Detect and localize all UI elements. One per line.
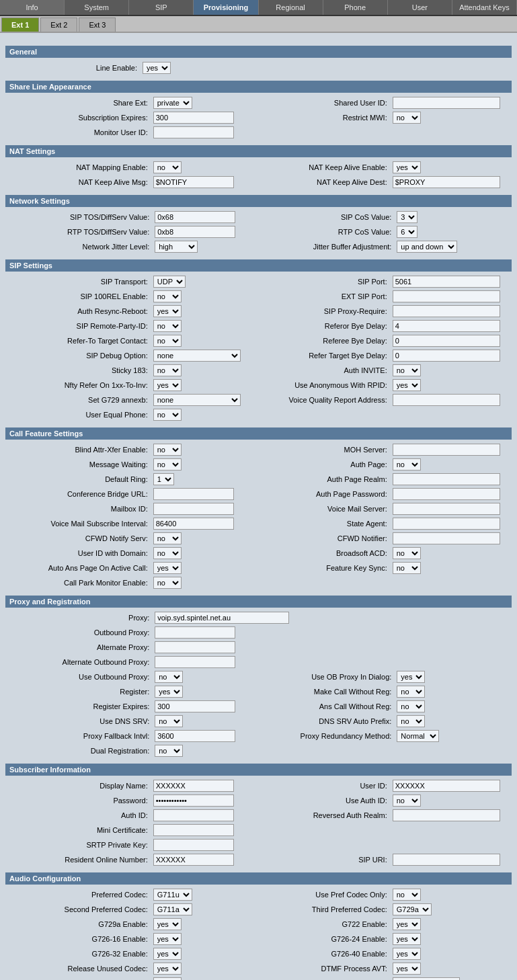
second-preferred-codec-select[interactable]: G711aG711uG729aG722 — [153, 903, 192, 915]
nat-keep-alive-dest-input[interactable]: $PROXY — [393, 176, 500, 188]
proxy-fallback-input[interactable]: 3600 — [155, 730, 235, 742]
auth-invite-select[interactable]: noyes — [393, 364, 421, 376]
cfwd-notify-select[interactable]: noyes — [153, 532, 182, 544]
third-preferred-codec-select[interactable]: G729aG711uG711aG722 — [393, 903, 432, 915]
default-ring-select[interactable]: 1234 — [153, 473, 174, 485]
auth-resync-select[interactable]: yesno — [153, 305, 182, 317]
rtp-cos-select[interactable]: 60123457 — [397, 226, 417, 238]
g726-40-enable-select[interactable]: yesno — [393, 948, 421, 960]
feature-key-sync-select[interactable]: noyes — [393, 562, 421, 574]
use-dns-srv-select[interactable]: noyes — [155, 715, 183, 727]
conference-bridge-input[interactable] — [153, 488, 234, 500]
reversed-auth-realm-input[interactable] — [393, 809, 500, 821]
g722-enable-select[interactable]: yesno — [393, 918, 421, 930]
use-outbound-proxy-select[interactable]: noyes — [155, 671, 183, 683]
tab-system[interactable]: System — [65, 0, 129, 15]
refer-to-target-select[interactable]: noyes — [153, 335, 182, 347]
sip-cos-select[interactable]: 30124567 — [397, 211, 417, 223]
restrict-mwi-select[interactable]: noyes — [393, 112, 421, 124]
tab-provisioning[interactable]: Provisioning — [194, 0, 258, 15]
sub-tab-ext1[interactable]: Ext 1 — [1, 17, 39, 32]
shared-user-id-input[interactable] — [393, 97, 500, 109]
use-auth-id-select[interactable]: noyes — [393, 794, 421, 807]
auth-page-password-input[interactable] — [393, 488, 500, 500]
display-name-input[interactable]: XXXXXX — [153, 780, 234, 792]
tab-sip[interactable]: SIP — [129, 0, 194, 15]
voice-mail-subscribe-input[interactable]: 86400 — [153, 518, 234, 530]
ans-call-without-reg-select[interactable]: noyes — [397, 700, 425, 712]
moh-server-input[interactable] — [393, 444, 500, 456]
auto-ans-page-select[interactable]: yesno — [153, 562, 182, 574]
dtmf-tx-method-select[interactable]: AutoAVTINFOInBand — [393, 977, 460, 980]
share-ext-select[interactable]: privateshared — [153, 97, 192, 109]
rtp-tos-input[interactable]: 0xb8 — [155, 226, 235, 238]
sip-transport-select[interactable]: UDPTCPTLS — [153, 276, 186, 288]
network-jitter-select[interactable]: highlowmedium — [155, 241, 198, 253]
dns-srv-auto-prefix-select[interactable]: noyes — [397, 715, 425, 727]
sip-debug-select[interactable]: noneerrorsall — [153, 350, 241, 362]
voice-mail-server-input[interactable] — [393, 503, 500, 515]
register-select[interactable]: yesno — [155, 686, 183, 698]
user-equal-phone-select[interactable]: noyes — [153, 409, 182, 421]
alternate-outbound-input[interactable] — [155, 656, 235, 668]
line-enable-select[interactable]: yesno — [143, 62, 171, 74]
sip-proxy-require-input[interactable] — [393, 305, 500, 317]
auth-page-select[interactable]: noyes — [393, 458, 421, 471]
message-waiting-select[interactable]: noyes — [153, 458, 182, 471]
user-id-domain-select[interactable]: noyes — [153, 547, 182, 559]
dual-registration-select[interactable]: noyes — [155, 745, 183, 757]
outbound-proxy-input[interactable] — [155, 626, 235, 639]
state-agent-input[interactable] — [393, 518, 500, 530]
password-input[interactable]: ************ — [153, 794, 234, 807]
sip-remote-party-select[interactable]: noyes — [153, 320, 182, 332]
ext-sip-port-input[interactable] — [393, 290, 500, 302]
auth-id-input[interactable] — [153, 809, 234, 821]
tab-phone[interactable]: Phone — [323, 0, 388, 15]
broadsoft-acd-select[interactable]: noyes — [393, 547, 421, 559]
sip-tos-input[interactable]: 0x68 — [155, 211, 235, 223]
tab-attendant-keys[interactable]: Attendant Keys — [452, 0, 517, 15]
monitor-user-id-input[interactable] — [153, 126, 234, 138]
alternate-proxy-input[interactable] — [155, 641, 235, 653]
auth-page-realm-input[interactable] — [393, 473, 500, 485]
dtmf-process-avt-select[interactable]: yesno — [393, 963, 421, 975]
nat-mapping-select[interactable]: noyes — [153, 161, 182, 173]
blind-attr-select[interactable]: noyes — [153, 444, 182, 456]
user-id-input[interactable]: XXXXXX — [393, 780, 500, 792]
use-anonymous-select[interactable]: yesno — [393, 379, 421, 391]
tab-regional[interactable]: Regional — [259, 0, 323, 15]
resident-online-number-input[interactable]: XXXXXX — [153, 854, 234, 866]
cfwd-notifier-input[interactable] — [393, 532, 500, 544]
call-park-select[interactable]: noyes — [153, 577, 182, 589]
g726-24-enable-select[interactable]: yesno — [393, 933, 421, 945]
sip-port-input[interactable]: 5061 — [393, 276, 500, 288]
sub-tab-ext2[interactable]: Ext 2 — [40, 17, 77, 32]
mini-certificate-input[interactable] — [153, 824, 234, 836]
proxy-input[interactable]: voip.syd.spintel.net.au — [155, 612, 289, 624]
use-ob-proxy-in-dialog-select[interactable]: yesno — [397, 671, 425, 683]
g729a-enable-select[interactable]: yesno — [153, 918, 182, 930]
use-pref-codec-only-select[interactable]: noyes — [393, 889, 421, 901]
set-g729-select[interactable]: noneyesno — [153, 394, 241, 406]
register-expires-input[interactable]: 300 — [155, 700, 235, 712]
g726-16-enable-select[interactable]: yesno — [153, 933, 182, 945]
tab-info[interactable]: Info — [0, 0, 65, 15]
proxy-redundancy-select[interactable]: NormalActivePassive — [397, 730, 439, 742]
make-call-without-reg-select[interactable]: noyes — [397, 686, 425, 698]
tab-user[interactable]: User — [388, 0, 452, 15]
subscription-expires-input[interactable]: 300 — [153, 112, 234, 124]
sub-tab-ext3[interactable]: Ext 3 — [79, 17, 116, 32]
voice-quality-input[interactable] — [393, 394, 500, 406]
srtp-private-key-input[interactable] — [153, 839, 234, 851]
referor-bye-delay-input[interactable]: 4 — [393, 320, 500, 332]
sip-uri-input[interactable] — [393, 854, 500, 866]
jitter-buffer-select[interactable]: up and downup onlydisable — [397, 241, 457, 253]
referee-bye-delay-input[interactable]: 0 — [393, 335, 500, 347]
nfty-refer-select[interactable]: yesno — [153, 379, 182, 391]
sticky-183-select[interactable]: noyes — [153, 364, 182, 376]
nat-keep-alive-msg-input[interactable]: $NOTIFY — [153, 176, 234, 188]
preferred-codec-select[interactable]: G711uG711aG729aG722 — [153, 889, 192, 901]
mailbox-id-input[interactable] — [153, 503, 234, 515]
release-unused-codec-select[interactable]: yesno — [153, 963, 182, 975]
g726-32-enable-select[interactable]: yesno — [153, 948, 182, 960]
